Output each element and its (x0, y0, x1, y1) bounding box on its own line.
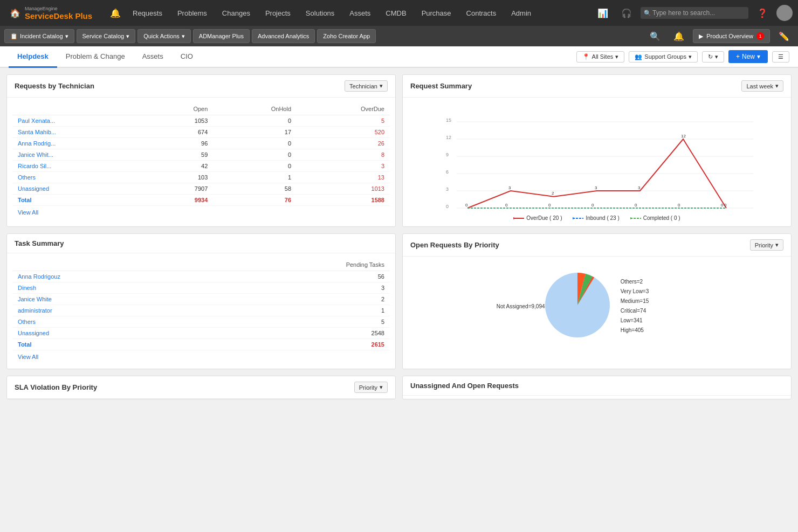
technician-filter-button[interactable]: Technician ▾ (345, 80, 388, 92)
task-view-all[interactable]: View All (12, 350, 44, 363)
col-technician (12, 103, 145, 115)
task-col-name (12, 259, 209, 271)
task-name: Unassigned (12, 328, 209, 339)
task-name: administrator (12, 305, 209, 316)
nav-right-section: 📊 🎧 🔍 ❓ (593, 5, 793, 21)
tech-open: 7907 (145, 183, 214, 195)
toolbar-search-icon[interactable]: 🔍 (645, 29, 665, 44)
unassigned-open-title: Unassigned And Open Requests (410, 382, 519, 390)
all-sites-button[interactable]: 📍 All Sites ▾ (576, 51, 625, 63)
nav-contracts[interactable]: Contracts (459, 0, 504, 26)
sub-nav-right: 📍 All Sites ▾ 👥 Support Groups ▾ ↻ ▾ + N… (576, 50, 789, 63)
legend-medium: Medium=15 (621, 296, 649, 306)
request-summary-title: Request Summary (410, 82, 472, 90)
zoho-button[interactable]: Zoho Creator App (317, 29, 376, 43)
svg-text:9: 9 (446, 152, 449, 157)
svg-text:3: 3 (638, 185, 641, 190)
svg-text:0: 0 (591, 203, 594, 208)
tab-helpdesk[interactable]: Helpdesk (9, 46, 57, 68)
menu-button[interactable]: ☰ (772, 51, 789, 63)
tab-problem-change[interactable]: Problem & Change (57, 46, 134, 68)
svg-text:3: 3 (446, 186, 449, 192)
new-button[interactable]: + New ▾ (728, 50, 768, 63)
headset-icon[interactable]: 🎧 (617, 6, 636, 20)
legend-overdue-label: OverDue ( 20 ) (526, 215, 562, 221)
legend-low: Low=341 (621, 316, 649, 326)
list-item: Unassigned 2548 (12, 328, 390, 339)
col-open: Open (145, 103, 214, 115)
brand-name: ServiceDesk Plus (25, 11, 95, 20)
analytics-icon[interactable]: 📊 (593, 6, 613, 20)
svg-text:12: 12 (446, 135, 451, 140)
product-overview-badge: 1 (756, 32, 764, 40)
task-total-label: Total (12, 339, 209, 350)
tech-open: 103 (145, 172, 214, 183)
tab-cio[interactable]: CIO (172, 46, 202, 68)
task-count: 5 (209, 316, 390, 328)
tech-name: Janice Whit... (12, 149, 145, 161)
pie-chart-container: Not Assigned=9,094 (408, 262, 786, 350)
search-input[interactable] (641, 7, 748, 19)
svg-marker-33 (513, 217, 516, 219)
unassigned-open-header: Unassigned And Open Requests (403, 376, 791, 396)
notification-bell-icon[interactable]: 🔔 (106, 6, 125, 20)
task-name: Janice White (12, 294, 209, 305)
toolbar-right: 🔍 🔔 ▶ Product Overview 1 ✏️ (645, 29, 794, 44)
table-row: Others 103 1 13 (12, 172, 390, 183)
help-icon[interactable]: ❓ (753, 6, 772, 20)
nav-cmdb[interactable]: CMDB (378, 0, 414, 26)
total-open: 9934 (145, 195, 214, 206)
quick-actions-button[interactable]: Quick Actions ▾ (137, 29, 191, 43)
legend-inbound: Inbound ( 23 ) (573, 215, 619, 221)
user-avatar[interactable] (776, 5, 793, 21)
nav-admin[interactable]: Admin (504, 0, 539, 26)
top-navigation: 🏠 ManageEngine ServiceDesk Plus 🔔 Reques… (0, 0, 798, 26)
home-button[interactable]: 🏠 (5, 6, 25, 20)
svg-text:0: 0 (505, 203, 508, 208)
tech-overdue: 8 (297, 149, 390, 161)
requests-by-technician-title: Requests by Technician (15, 82, 94, 90)
task-count: 2 (209, 294, 390, 305)
incident-catalog-button[interactable]: 📋 Incident Catalog ▾ (4, 29, 74, 43)
refresh-button[interactable]: ↻ ▾ (702, 51, 724, 63)
request-summary-body: 0 3 6 9 12 15 Sun Mon Tue (403, 98, 791, 226)
summary-filter-chevron: ▾ (775, 82, 779, 89)
nav-solutions[interactable]: Solutions (298, 0, 342, 26)
requests-view-all[interactable]: View All (12, 206, 44, 219)
svg-text:0: 0 (678, 203, 680, 208)
tech-name: Unassigned (12, 183, 145, 195)
request-summary-filter[interactable]: Last week ▾ (741, 80, 783, 92)
tab-assets[interactable]: Assets (134, 46, 172, 68)
tech-onhold: 0 (213, 149, 297, 161)
tech-onhold: 0 (213, 138, 297, 149)
nav-purchase[interactable]: Purchase (414, 0, 459, 26)
admanager-button[interactable]: ADManager Plus (193, 29, 250, 43)
nav-requests[interactable]: Requests (125, 0, 170, 26)
advanced-analytics-button[interactable]: Advanced Analytics (252, 29, 315, 43)
svg-text:3: 3 (508, 185, 511, 190)
tech-name: Anna Rodrig... (12, 138, 145, 149)
sub-navigation: Helpdesk Problem & Change Assets CIO 📍 A… (0, 46, 798, 68)
requests-by-technician-header: Requests by Technician Technician ▾ (7, 75, 395, 98)
tech-overdue: 1013 (297, 183, 390, 195)
list-item: administrator 1 (12, 305, 390, 316)
tech-overdue: 13 (297, 172, 390, 183)
toolbar-bell-icon[interactable]: 🔔 (669, 29, 689, 44)
priority-filter-button[interactable]: Priority ▾ (750, 239, 783, 251)
pie-legend: Others=2 Very Low=3 Medium=15 Critical=7… (621, 277, 649, 335)
requests-by-technician-card: Requests by Technician Technician ▾ Open… (6, 74, 396, 227)
nav-projects[interactable]: Projects (258, 0, 298, 26)
nav-changes[interactable]: Changes (215, 0, 258, 26)
nav-assets[interactable]: Assets (342, 0, 378, 26)
product-overview-button[interactable]: ▶ Product Overview 1 (693, 29, 770, 43)
tech-name: Paul Xenata... (12, 115, 145, 127)
search-icon: 🔍 (644, 10, 651, 17)
sla-filter-button[interactable]: Priority ▾ (354, 382, 388, 393)
service-catalog-button[interactable]: Service Catalog ▾ (77, 29, 136, 43)
col-overdue: OverDue (297, 103, 390, 115)
requests-table: Open OnHold OverDue Paul Xenata... 1053 … (12, 103, 390, 206)
main-content: Requests by Technician Technician ▾ Open… (0, 68, 798, 406)
support-groups-button[interactable]: 👥 Support Groups ▾ (629, 51, 698, 63)
toolbar-edit-icon[interactable]: ✏️ (774, 29, 794, 44)
nav-problems[interactable]: Problems (170, 0, 215, 26)
